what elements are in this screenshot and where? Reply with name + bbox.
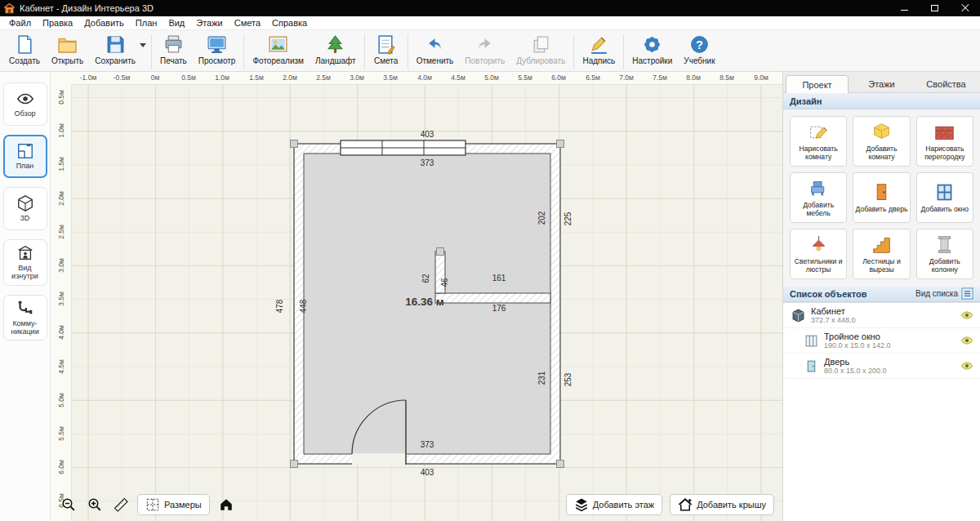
add-room-button[interactable]: Добавить комнату bbox=[853, 116, 910, 167]
dim-top-inner: 373 bbox=[421, 158, 434, 167]
draw-partition-button[interactable]: Нарисовать перегородку bbox=[916, 116, 973, 167]
menu-item-estimate[interactable]: Смета bbox=[229, 16, 266, 29]
visibility-eye-icon[interactable] bbox=[960, 334, 973, 347]
menu-item-help[interactable]: Справка bbox=[266, 16, 313, 29]
toolbar-separator bbox=[243, 34, 244, 69]
pencil-icon bbox=[589, 34, 609, 55]
plan-canvas[interactable]: -1.0м -0.5м 0м 0.5м 1.0м 1.5м 2.0м 2.5м … bbox=[51, 72, 782, 521]
undo-button[interactable]: Отменить bbox=[411, 33, 460, 65]
sidebar-item-overview[interactable]: Обзор bbox=[3, 82, 47, 126]
design-buttons-grid: Нарисовать комнату Добавить комнату Нари… bbox=[783, 109, 980, 286]
ruler-tick: 3.5м bbox=[383, 73, 398, 82]
maximize-button[interactable] bbox=[920, 0, 950, 16]
ruler-tick: 6.5м bbox=[586, 73, 600, 82]
tutorial-button[interactable]: ? Учебник bbox=[678, 33, 720, 65]
redo-button[interactable]: Повторить bbox=[459, 33, 510, 65]
objects-header-label: Список объектов bbox=[790, 289, 866, 299]
save-dropdown-icon[interactable] bbox=[140, 43, 146, 47]
maximize-icon bbox=[931, 5, 938, 11]
window-symbol[interactable] bbox=[341, 140, 466, 155]
ceiling-lamp-icon bbox=[808, 234, 829, 255]
redo-arrow-icon bbox=[474, 34, 495, 55]
brick-wall-icon bbox=[934, 122, 955, 142]
home-icon bbox=[219, 497, 234, 512]
ruler-tick: 2.0м bbox=[57, 191, 65, 206]
object-door-icon bbox=[804, 359, 818, 373]
photo-image-icon bbox=[268, 34, 288, 55]
tab-properties[interactable]: Свойства bbox=[915, 74, 978, 92]
ruler-tick: 0м bbox=[151, 73, 160, 82]
menu-item-view[interactable]: Вид bbox=[163, 16, 190, 29]
sidebar-item-communications[interactable]: Комму-никации bbox=[3, 295, 47, 341]
settings-button[interactable]: Настройки bbox=[626, 33, 678, 65]
ruler-tick: 3.0м bbox=[57, 258, 65, 273]
landscape-button[interactable]: Ландшафт bbox=[310, 33, 362, 65]
visibility-eye-icon[interactable] bbox=[960, 359, 973, 372]
armchair-icon bbox=[808, 178, 829, 198]
right-panel: Проект Этажи Свойства Дизайн Нарисовать … bbox=[782, 72, 980, 521]
preview-button[interactable]: Просмотр bbox=[193, 33, 242, 65]
main-toolbar: Создать Открыть Сохранить Печать Просмот… bbox=[0, 30, 980, 72]
object-window-icon bbox=[804, 334, 818, 348]
dimensions-toggle-button[interactable]: Размеры bbox=[137, 494, 210, 515]
floor-plan-icon bbox=[16, 142, 34, 160]
ruler-tick: 8.5м bbox=[719, 73, 734, 82]
menu-item-plan[interactable]: План bbox=[130, 16, 163, 29]
menu-item-add[interactable]: Добавить bbox=[78, 16, 130, 29]
duplicate-button[interactable]: Дублировать bbox=[510, 33, 571, 65]
zoom-in-button[interactable] bbox=[85, 495, 105, 514]
ruler-tick: 5.5м bbox=[518, 73, 532, 82]
ruler-tick: 2.5м bbox=[57, 225, 65, 239]
measure-ruler-button[interactable] bbox=[111, 495, 131, 514]
dim-right-lower-inner: 231 bbox=[537, 371, 546, 385]
zoom-out-button[interactable] bbox=[59, 495, 78, 514]
tab-project[interactable]: Проект bbox=[786, 75, 849, 93]
dim-bottom-outer: 403 bbox=[421, 468, 434, 477]
photorealism-button[interactable]: Фотореализм bbox=[247, 33, 310, 65]
lights-button[interactable]: Светильники и люстры bbox=[790, 229, 847, 279]
menu-item-file[interactable]: Файл bbox=[3, 16, 37, 29]
menu-item-edit[interactable]: Правка bbox=[37, 16, 78, 29]
gear-icon bbox=[642, 34, 662, 55]
close-button[interactable] bbox=[950, 0, 980, 16]
interior-wall-horizontal[interactable] bbox=[435, 293, 550, 303]
ruler-tick: 2.5м bbox=[316, 73, 331, 82]
minimize-button[interactable] bbox=[889, 0, 920, 16]
add-furniture-button[interactable]: Добавить мебель bbox=[790, 172, 847, 223]
text-label-button[interactable]: Надпись bbox=[577, 33, 621, 65]
add-window-button[interactable]: Добавить окно bbox=[916, 172, 973, 223]
add-column-button[interactable]: Добавить колонну bbox=[916, 229, 973, 279]
pipes-icon bbox=[16, 300, 34, 318]
add-roof-button[interactable]: Добавить крышу bbox=[670, 494, 774, 515]
object-item-window[interactable]: Тройное окно 190.0 x 15.0 x 142.0 bbox=[783, 328, 980, 354]
vertical-ruler: 0.5м 1.0м 1.5м 2.0м 2.5м 3.0м 3.5м 4.0м … bbox=[51, 85, 72, 521]
ruler-tick: -0.5м bbox=[114, 73, 131, 82]
object-box-icon bbox=[791, 309, 805, 323]
sidebar-item-3d[interactable]: 3D bbox=[3, 187, 47, 230]
sidebar-item-interior-view[interactable]: Вид изнутри bbox=[3, 239, 47, 286]
home-button[interactable] bbox=[216, 495, 236, 514]
floor-plan[interactable]: 403 373 478 448 202 225 161 176 62 46 23… bbox=[72, 85, 782, 521]
open-button[interactable]: Открыть bbox=[46, 33, 89, 65]
ruler-tick: 6.0м bbox=[551, 73, 566, 82]
add-floor-button[interactable]: Добавить этаж bbox=[566, 494, 662, 515]
sidebar-item-plan[interactable]: План bbox=[3, 135, 47, 178]
visibility-eye-icon[interactable] bbox=[960, 309, 973, 322]
add-door-button[interactable]: Добавить дверь bbox=[853, 172, 910, 223]
object-item-door[interactable]: Дверь 80.0 x 15.0 x 200.0 bbox=[783, 354, 980, 379]
dim-stub-left: 62 bbox=[421, 274, 430, 283]
tab-floors[interactable]: Этажи bbox=[850, 74, 913, 92]
toolbar-separator bbox=[364, 34, 365, 69]
object-item-room[interactable]: Кабинет 372.7 x 448.0 bbox=[783, 303, 980, 328]
list-view-control[interactable]: Вид списка bbox=[915, 287, 973, 300]
menu-item-floors[interactable]: Этажи bbox=[190, 16, 228, 29]
stairs-button[interactable]: Лестницы и вырезы bbox=[853, 229, 910, 279]
drawing-grid[interactable]: 403 373 478 448 202 225 161 176 62 46 23… bbox=[72, 85, 782, 521]
print-button[interactable]: Печать bbox=[154, 33, 193, 65]
save-button[interactable]: Сохранить bbox=[89, 33, 141, 65]
draw-room-button[interactable]: Нарисовать комнату bbox=[790, 116, 847, 167]
estimate-button[interactable]: Смета bbox=[368, 33, 405, 65]
create-button[interactable]: Создать bbox=[3, 33, 46, 65]
add-roof-label: Добавить крышу bbox=[697, 500, 766, 510]
zoom-in-icon bbox=[87, 497, 102, 512]
